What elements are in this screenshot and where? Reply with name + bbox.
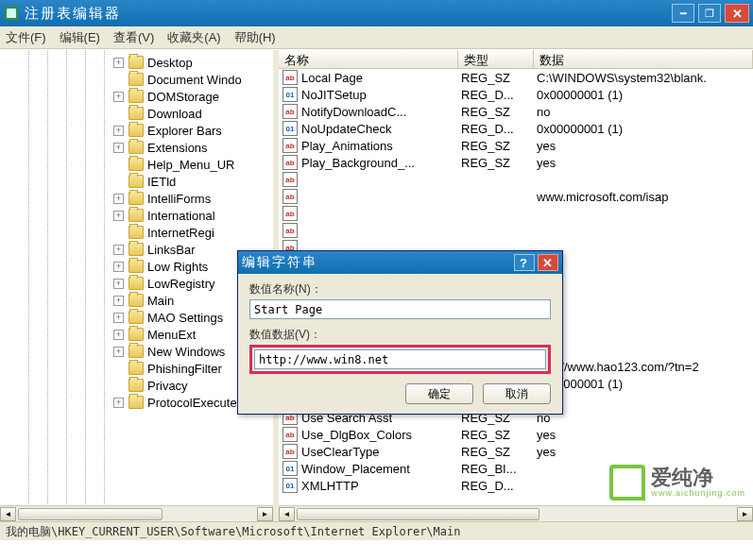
row-type: REG_SZ [461,156,537,170]
row-data: no [537,105,753,119]
window-title: 注册表编辑器 [25,5,672,23]
tree-item[interactable]: Help_Menu_UR [0,156,273,173]
list-row[interactable]: abUse_DlgBox_ColorsREG_SZyes [279,426,753,443]
svg-rect-1 [7,8,16,18]
expand-icon[interactable]: + [113,126,124,136]
close-button[interactable]: ✕ [725,4,749,23]
tree-item[interactable]: +New Windows [0,343,273,360]
list-row[interactable]: abNotifyDownloadC...REG_SZno [279,103,753,120]
dialog-close-button[interactable]: ✕ [538,254,558,271]
string-value-icon: ab [282,206,299,221]
list-row[interactable]: ab [279,222,753,239]
scroll-left-icon[interactable]: ◄ [279,507,295,521]
tree-item[interactable]: +MenuExt [0,326,273,343]
string-value-icon: ab [282,427,299,442]
help-button[interactable]: ? [514,254,535,271]
list-row[interactable]: abPlay_AnimationsREG_SZyes [279,137,753,154]
no-expand [113,228,124,238]
no-expand [113,75,124,85]
ok-button[interactable]: 确定 [405,383,473,404]
menu-bar: 文件(F) 编辑(E) 查看(V) 收藏夹(A) 帮助(H) [0,26,753,49]
menu-favorites[interactable]: 收藏夹(A) [167,29,220,46]
no-expand [113,177,124,187]
tree-label: LinksBar [147,243,196,257]
list-row[interactable]: 01NoJITSetupREG_D...0x00000001 (1) [279,86,753,103]
expand-icon[interactable]: + [113,347,124,357]
col-name[interactable]: 名称 [279,50,458,68]
dialog-title-bar[interactable]: 编辑字符串 ? ✕ [238,251,562,274]
folder-icon [128,396,144,409]
tree-item[interactable]: PhishingFilter [0,360,273,377]
row-name: Use_DlgBox_Colors [301,428,461,442]
folder-icon [128,362,144,375]
edit-string-dialog: 编辑字符串 ? ✕ 数值名称(N)： 数值数据(V)： 确定 取消 [237,250,563,415]
tree-item[interactable]: +International [0,207,273,224]
watermark-text: 爱纯净 [651,467,745,488]
scroll-right-icon[interactable]: ► [257,507,273,521]
tree-item[interactable]: +Desktop [0,54,273,71]
menu-view[interactable]: 查看(V) [113,29,154,46]
expand-icon[interactable]: + [113,194,124,204]
expand-icon[interactable]: + [113,92,124,102]
list-hscroll[interactable]: ◄ ► [279,505,753,521]
col-data[interactable]: 数据 [534,50,753,68]
tree-item[interactable]: +Explorer Bars [0,122,273,139]
minimize-button[interactable]: ━ [672,4,694,23]
expand-icon[interactable]: + [113,296,124,306]
row-type: REG_SZ [461,428,537,442]
tree-item[interactable]: +LinksBar [0,241,273,258]
tree-item[interactable]: +Low Rights [0,258,273,275]
row-name: Local Page [301,71,461,85]
tree-item[interactable]: Document Windo [0,71,273,88]
folder-icon [128,243,144,256]
tree-item[interactable]: +Extensions [0,139,273,156]
expand-icon[interactable]: + [113,58,124,68]
menu-help[interactable]: 帮助(H) [234,29,276,46]
tree-item[interactable]: IETld [0,173,273,190]
tree-item[interactable]: InternetRegi [0,224,273,241]
tree-hscroll[interactable]: ◄ ► [0,505,273,521]
expand-icon[interactable]: + [113,313,124,323]
expand-icon[interactable]: + [113,398,124,408]
tree-item[interactable]: +Main [0,292,273,309]
row-data: yes [537,343,753,357]
expand-icon[interactable]: + [113,211,124,221]
tree-item[interactable]: +DOMStorage [0,88,273,105]
list-row[interactable]: abUseClearTypeREG_SZyes [279,443,753,460]
col-type[interactable]: 类型 [458,50,534,68]
scroll-right-icon[interactable]: ► [737,507,753,521]
list-row[interactable]: abwww.microsoft.com/isap [279,188,753,205]
list-row[interactable]: 01NoUpdateCheckREG_D...0x00000001 (1) [279,120,753,137]
list-row[interactable]: abLocal PageREG_SZC:\WINDOWS\system32\bl… [279,69,753,86]
expand-icon[interactable]: + [113,330,124,340]
expand-icon[interactable]: + [113,262,124,272]
row-name: NotifyDownloadC... [301,105,461,119]
row-type: REG_SZ [461,139,537,153]
cancel-button[interactable]: 取消 [483,383,551,404]
row-type: REG_SZ [461,105,537,119]
maximize-button[interactable]: ❐ [698,4,721,23]
row-data: yes [537,139,753,153]
folder-icon [128,328,144,341]
scroll-left-icon[interactable]: ◄ [0,507,16,521]
menu-file[interactable]: 文件(F) [6,29,46,46]
row-data: C:\WINDOWS\system32\blank. [537,71,753,85]
folder-icon [128,345,144,358]
list-row[interactable]: ab [279,205,753,222]
expand-icon[interactable]: + [113,143,124,153]
tree-item[interactable]: Download [0,105,273,122]
expand-icon[interactable]: + [113,245,124,255]
tree-label: ProtocolExecute [147,396,237,410]
list-row[interactable]: abPlay_Background_...REG_SZyes [279,154,753,171]
tree-item[interactable]: +ProtocolExecute [0,394,273,411]
folder-icon [128,209,144,222]
tree-item[interactable]: +LowRegistry [0,275,273,292]
menu-edit[interactable]: 编辑(E) [60,29,100,46]
value-data-field[interactable] [254,349,546,369]
tree-item[interactable]: +IntelliForms [0,190,273,207]
tree-item[interactable]: +MAO Settings [0,309,273,326]
expand-icon[interactable]: + [113,279,124,289]
list-row[interactable]: ab [279,171,753,188]
tree-item[interactable]: Privacy [0,377,273,394]
tree-label: New Windows [147,345,225,359]
